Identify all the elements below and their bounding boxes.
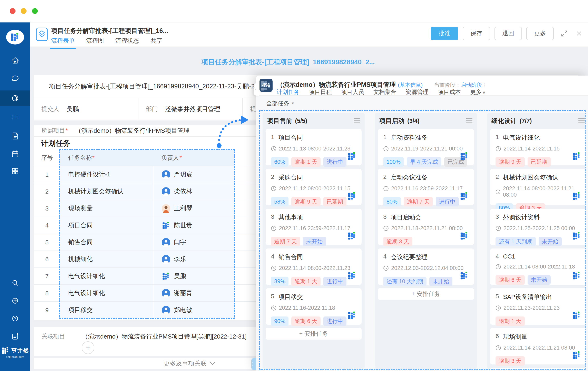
task-card[interactable]: 1项目合同2022.11.13 08:00-2022.11.2360%逾期 1 …	[266, 129, 362, 165]
app-logo[interactable]	[6, 30, 24, 44]
card-title[interactable]: 启动会议准备	[391, 173, 428, 182]
card-title[interactable]: 项目移交	[278, 293, 303, 301]
task-name-cell[interactable]: 项目移交	[60, 302, 153, 318]
row-number: 1	[34, 166, 60, 183]
task-name-cell[interactable]: 电控硬件设计-1	[60, 166, 153, 183]
person-avatar-icon	[162, 306, 170, 314]
workflow-tab-共享[interactable]: 共享	[150, 37, 162, 48]
close-icon[interactable]	[575, 29, 583, 38]
card-title[interactable]: 项目合同	[278, 134, 303, 142]
owner-cell[interactable]: 柴依林	[153, 183, 234, 200]
card-date-range: 2022.11.12 08:00-2022.11.15	[271, 185, 356, 192]
task-name-cell[interactable]: 电气设计细化	[60, 268, 153, 285]
add-task-button[interactable]: + 安排任务	[378, 288, 474, 300]
status-badge: 逾期 9 天	[495, 157, 525, 167]
sidebar-item-create[interactable]	[0, 293, 30, 308]
basic-info-link[interactable]: (基本信息)	[398, 82, 423, 89]
card-title[interactable]: 项目启动会	[391, 213, 421, 222]
task-card[interactable]: 3其他事项2022.11.16 23:59-2022.11.17逾期 7 天未开…	[266, 209, 362, 245]
card-title[interactable]: CC1	[503, 253, 515, 260]
task-card[interactable]: 5项目移交2022.11.16-2022.11.1890%逾期 6 天进行中	[266, 288, 362, 325]
column-menu-button[interactable]	[578, 118, 585, 124]
col-header-no: 序号	[34, 150, 60, 166]
overlay-collapse-handle[interactable]: 〉	[253, 83, 259, 95]
sidebar-item-feedback[interactable]	[0, 329, 30, 344]
sidebar-item-home[interactable]	[0, 53, 30, 68]
card-title[interactable]: SAP设备清单输出	[503, 293, 552, 301]
保存-button[interactable]: 保存	[463, 27, 490, 40]
sidebar-item-tasks[interactable]	[0, 109, 30, 125]
workflow-tab-流程状态[interactable]: 流程状态	[115, 37, 139, 48]
sidebar-item-search[interactable]	[0, 275, 30, 291]
card-title[interactable]: 采购合同	[278, 173, 303, 182]
task-card[interactable]: 4会议纪要整理2022.12.03-2022.12.04 00:00还有 10 …	[378, 248, 474, 285]
task-card[interactable]: 2机械计划图会签确认2022.11.14 08:00-2022.11.21 08…	[490, 169, 586, 205]
owner-cell[interactable]: 李乐	[153, 251, 234, 267]
task-name-cell[interactable]: 销售合同	[60, 234, 153, 251]
sidebar-item-apps[interactable]	[0, 163, 30, 179]
task-card[interactable]: 1启动资料准备2022.11.19-2022.11.21 00:00100%早 …	[378, 129, 474, 165]
owner-cell[interactable]: 王利琴	[153, 200, 234, 217]
stage-value[interactable]: 启动阶段	[461, 82, 482, 88]
card-title[interactable]: 电气设计细化	[503, 134, 540, 142]
expand-icon[interactable]	[560, 29, 568, 38]
task-card[interactable]: 4CC12022.11.14 08:00-2022.11.18逾期 6 天未开始	[490, 248, 586, 285]
card-title[interactable]: 外购设计资料	[503, 213, 540, 222]
owner-cell[interactable]: 严玥宸	[153, 166, 234, 183]
column-menu-button[interactable]	[466, 118, 473, 124]
更多-button[interactable]: 更多	[526, 27, 554, 40]
zoom-traffic-light-icon[interactable]	[32, 8, 38, 14]
column-menu-button[interactable]	[353, 118, 360, 124]
sidebar-item-projects[interactable]	[0, 90, 30, 106]
批准-button[interactable]: 批准	[431, 27, 458, 40]
card-title[interactable]: 现场测量	[503, 333, 528, 341]
overlay-expand-handle[interactable]: 〉	[251, 358, 256, 370]
card-date-range: 2022.11.18-2022.11.21 08:00	[383, 225, 469, 232]
task-name-cell[interactable]: 现场测量	[60, 200, 153, 217]
add-task-button[interactable]: + 安排任务	[266, 328, 362, 339]
sidebar-item-calendar[interactable]	[0, 146, 30, 162]
task-name-cell[interactable]: 电气设计细化	[60, 285, 153, 301]
task-card[interactable]: 1电气设计细化2022.11.14-2022.11.15逾期 9 天已延期	[490, 129, 586, 165]
owner-cell[interactable]: 闫宇	[153, 234, 234, 251]
card-number: 4	[383, 253, 387, 261]
project-value[interactable]: （演示demo）物流装备行业PMS项目管理	[75, 127, 189, 135]
workflow-tab-流程图[interactable]: 流程图	[86, 37, 104, 48]
owner-cell[interactable]: 陈世贵	[153, 217, 234, 233]
退回-button[interactable]: 退回	[494, 27, 522, 40]
card-number: 4	[495, 253, 499, 260]
card-title[interactable]: 其他事项	[278, 213, 303, 222]
status-badge: 还有 1 天到期	[495, 237, 536, 246]
owner-name: 吴鹏	[174, 272, 186, 280]
add-task-button[interactable]: + 安排任务	[490, 368, 586, 369]
task-card[interactable]: 5SAP设备清单输出2022.11.23-2022.11.23逾期 1 天	[490, 288, 586, 325]
task-card[interactable]: 4销售合同2022.11.14 08:00-2022.11.2389%逾期 1 …	[266, 248, 362, 285]
related-value[interactable]: （演示demo）物流装备行业PMS项目管理[吴鹏][2022-12-31]	[82, 332, 247, 341]
task-name-cell[interactable]: 项目合同	[60, 217, 153, 233]
workflow-tab-流程表单[interactable]: 流程表单	[51, 37, 75, 48]
task-card[interactable]: 2采购合同2022.11.12 08:00-2022.11.1558%逾期 9 …	[266, 169, 362, 205]
close-traffic-light-icon[interactable]	[10, 8, 16, 14]
card-title[interactable]: 销售合同	[278, 253, 303, 261]
org-logo-avatar-icon	[460, 231, 469, 241]
task-card[interactable]: 2启动会议准备2022.11.16 23:59-2022.11.1780%逾期 …	[378, 169, 474, 205]
more-relations-label[interactable]: 更多及事项关联	[164, 359, 207, 368]
org-logo-avatar-icon	[460, 271, 469, 280]
task-card[interactable]: 3项目启动会2022.11.18-2022.11.21 08:00逾期 3 天	[378, 209, 474, 245]
task-card[interactable]: 3外购设计资料2022.11.25-2022.11.25 00:00还有 1 天…	[490, 209, 586, 245]
card-title[interactable]: 机械计划图会签确认	[503, 173, 558, 182]
task-name-cell[interactable]: 机械计划图会签确认	[60, 183, 153, 200]
owner-cell[interactable]: 郑电敏	[153, 302, 234, 318]
card-title[interactable]: 会议纪要整理	[391, 253, 428, 261]
card-title[interactable]: 启动资料准备	[391, 134, 428, 142]
sidebar-item-messages[interactable]	[0, 71, 30, 86]
owner-cell[interactable]: 吴鹏	[153, 268, 234, 285]
task-filter-dropdown[interactable]: 全部任务 ▼	[266, 100, 295, 107]
task-name-cell[interactable]: 机械细化	[60, 251, 153, 267]
sidebar-item-documents[interactable]	[0, 128, 30, 144]
task-card[interactable]: 6现场测量2022.11.14-2022.11.21 08:00逾期 3 天	[490, 328, 586, 364]
sidebar-item-help[interactable]	[0, 311, 30, 326]
minimize-traffic-light-icon[interactable]	[21, 8, 27, 14]
add-related-button[interactable]: +	[82, 341, 94, 354]
owner-cell[interactable]: 谢丽青	[153, 285, 234, 301]
